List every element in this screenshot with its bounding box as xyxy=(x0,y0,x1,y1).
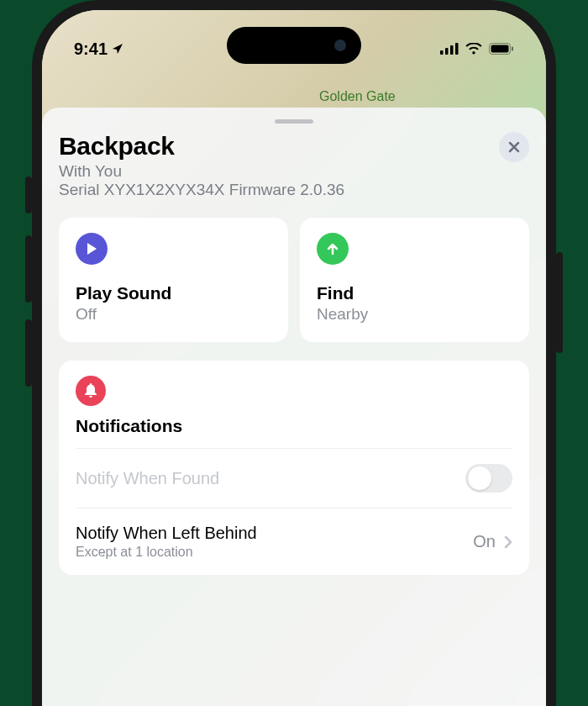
sheet-grabber[interactable] xyxy=(275,119,313,124)
map-poi-label: Golden Gate xyxy=(319,89,396,104)
item-location-status: With You xyxy=(59,162,344,181)
notifications-label: Notifications xyxy=(76,416,512,448)
play-sound-label: Play Sound xyxy=(76,283,271,303)
notify-left-behind-row[interactable]: Notify When Left Behind Except at 1 loca… xyxy=(76,508,512,575)
svg-rect-3 xyxy=(455,43,459,55)
location-arrow-icon xyxy=(111,42,124,55)
close-button[interactable] xyxy=(499,132,529,162)
close-icon xyxy=(508,141,520,153)
svg-rect-6 xyxy=(512,47,513,51)
status-time: 9:41 xyxy=(74,40,108,59)
item-detail-sheet: Backpack With You Serial XYX1X2XYX34X Fi… xyxy=(42,108,546,706)
phone-frame: Golden Gate 9:41 Backpack With You Seria… xyxy=(32,0,556,706)
notify-left-behind-label: Notify When Left Behind xyxy=(76,524,257,543)
play-sound-card[interactable]: Play Sound Off xyxy=(59,218,288,342)
notify-when-found-toggle[interactable] xyxy=(465,464,512,493)
bell-icon xyxy=(76,376,106,406)
notifications-section: Notifications Notify When Found Notify W… xyxy=(59,361,529,575)
notify-when-found-row: Notify When Found xyxy=(76,448,512,508)
svg-rect-5 xyxy=(491,45,509,53)
notify-when-found-label: Notify When Found xyxy=(76,469,219,488)
wifi-icon xyxy=(465,43,482,55)
svg-rect-2 xyxy=(450,45,454,55)
item-title: Backpack xyxy=(59,132,344,161)
dynamic-island xyxy=(227,27,361,64)
find-card[interactable]: Find Nearby xyxy=(300,218,529,342)
chevron-right-icon xyxy=(504,535,512,549)
item-serial-firmware: Serial XYX1X2XYX34X Firmware 2.0.36 xyxy=(59,181,344,199)
find-arrow-icon xyxy=(317,233,349,265)
find-status: Nearby xyxy=(317,305,512,324)
play-sound-status: Off xyxy=(76,305,271,324)
svg-rect-1 xyxy=(445,48,449,55)
notify-left-behind-value: On xyxy=(473,532,496,551)
notify-left-behind-sub: Except at 1 location xyxy=(76,545,257,560)
find-label: Find xyxy=(317,283,512,303)
battery-icon xyxy=(489,43,514,55)
play-icon xyxy=(76,233,108,265)
cellular-icon xyxy=(440,43,459,55)
svg-rect-0 xyxy=(440,50,444,55)
